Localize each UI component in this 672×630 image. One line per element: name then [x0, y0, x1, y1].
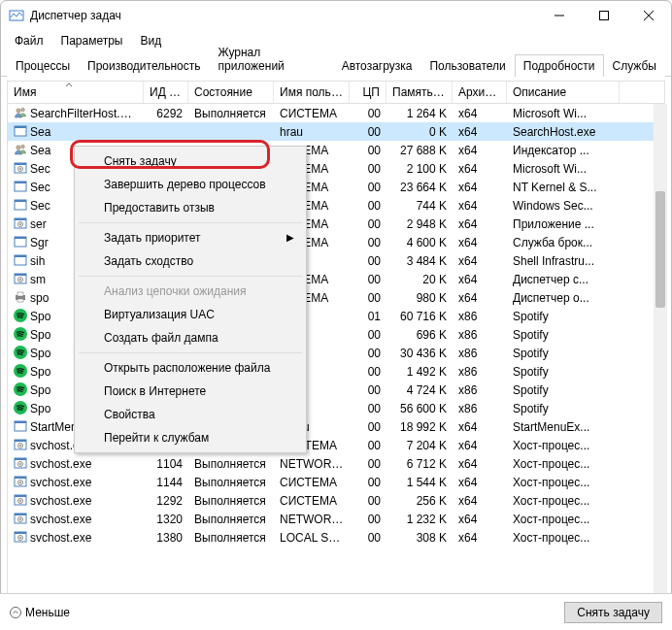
process-icon: [14, 456, 27, 470]
process-icon: [14, 493, 27, 507]
cell-cpu: 00: [350, 420, 386, 434]
cell-arch: x86: [453, 310, 507, 323]
context-menu-item[interactable]: Задать приоритет▶: [77, 226, 304, 249]
cell-mem: 1 232 K: [386, 513, 453, 526]
cell-state: Выполняется: [188, 476, 274, 489]
cell-cpu: 00: [350, 439, 386, 452]
chevron-up-icon: [10, 607, 21, 618]
context-menu-item[interactable]: Виртуализация UAC: [77, 303, 304, 326]
cell-name: SearchFilterHost.exe: [8, 106, 144, 120]
svg-rect-8: [15, 126, 26, 128]
col-cpu[interactable]: ЦП: [350, 82, 386, 103]
cell-desc: Spotify: [507, 402, 620, 415]
scrollbar-thumb[interactable]: [655, 191, 665, 308]
table-row[interactable]: svchost.exe1144ВыполняетсяСИСТЕМА001 544…: [8, 473, 664, 491]
cell-desc: Spotify: [507, 365, 620, 379]
cell-state: Выполняется: [188, 457, 274, 471]
menu-options[interactable]: Параметры: [53, 32, 131, 50]
col-name[interactable]: Имя: [8, 82, 144, 103]
process-icon: [14, 290, 27, 304]
tab-services[interactable]: Службы: [604, 54, 665, 77]
cell-desc: Shell Infrastru...: [507, 254, 620, 268]
menubar: Файл Параметры Вид: [1, 30, 671, 51]
cell-cpu: 00: [350, 199, 386, 213]
cell-user: NETWORK...: [274, 513, 350, 526]
cell-cpu: 00: [350, 347, 386, 360]
context-menu-item[interactable]: Свойства: [77, 403, 304, 426]
titlebar: Диспетчер задач: [1, 1, 671, 30]
svg-rect-51: [15, 477, 26, 479]
tab-users[interactable]: Пользователи: [420, 54, 514, 77]
table-row[interactable]: svchost.exe1292ВыполняетсяСИСТЕМА00256 K…: [8, 491, 664, 510]
process-icon: [14, 143, 27, 156]
cell-user: hrau: [274, 125, 350, 139]
cell-desc: Spotify: [507, 383, 620, 397]
tab-processes[interactable]: Процессы: [7, 54, 79, 77]
col-arch[interactable]: Архите...: [453, 82, 507, 103]
vertical-scrollbar[interactable]: [654, 104, 667, 603]
cell-mem: 23 664 K: [386, 181, 453, 194]
process-name: ser: [30, 217, 47, 231]
process-name: sm: [30, 273, 46, 286]
cell-arch: x64: [453, 439, 507, 452]
bottom-bar: Меньше Снять задачу: [0, 593, 672, 630]
minimize-button[interactable]: [537, 1, 582, 30]
cell-cpu: 00: [350, 144, 386, 157]
svg-point-66: [11, 607, 21, 617]
col-pid[interactable]: ИД п...: [144, 82, 188, 103]
cell-name: Sea: [8, 124, 144, 139]
cell-user: СИСТЕМА: [274, 107, 350, 120]
cell-pid: 1104: [144, 457, 188, 471]
maximize-button[interactable]: [582, 1, 626, 30]
col-user[interactable]: Имя польз...: [274, 82, 350, 103]
context-menu-item[interactable]: Поиск в Интернете: [77, 380, 304, 403]
process-icon: [14, 364, 27, 378]
cell-arch: x86: [453, 383, 507, 397]
context-menu-item: Анализ цепочки ожидания: [77, 280, 304, 303]
svg-point-10: [21, 145, 25, 149]
cell-user: LOCAL SE...: [274, 531, 350, 545]
context-menu-item[interactable]: Создать файл дампа: [77, 326, 304, 349]
svg-rect-26: [15, 255, 26, 257]
svg-point-45: [19, 445, 21, 447]
process-name: svchost.exe: [30, 476, 91, 489]
tab-app-history[interactable]: Журнал приложений: [210, 41, 333, 77]
menu-file[interactable]: Файл: [7, 32, 51, 50]
context-menu-item[interactable]: Задать сходство: [77, 249, 304, 273]
cell-desc: Хост-процес...: [507, 439, 620, 452]
close-button[interactable]: [626, 1, 671, 30]
context-menu-item[interactable]: Снять задачу: [77, 149, 304, 173]
cell-cpu: 00: [350, 236, 386, 249]
table-row[interactable]: SearchFilterHost.exe6292ВыполняетсяСИСТЕ…: [8, 104, 664, 122]
context-menu-item[interactable]: Перейти к службам: [77, 426, 304, 449]
cell-mem: 1 264 K: [386, 107, 453, 120]
cell-desc: Хост-процес...: [507, 476, 620, 489]
context-menu-item[interactable]: Завершить дерево процессов: [77, 173, 304, 196]
col-desc[interactable]: Описание: [507, 82, 620, 103]
window-title: Диспетчер задач: [30, 9, 121, 22]
tab-details[interactable]: Подробности: [515, 54, 604, 77]
cell-name: svchost.exe: [8, 493, 144, 508]
svg-point-14: [19, 168, 21, 170]
context-menu-item[interactable]: Предоставить отзыв: [77, 196, 304, 219]
col-state[interactable]: Состояние: [188, 82, 274, 103]
cell-desc: Spotify: [507, 310, 620, 323]
svg-rect-59: [15, 514, 26, 515]
table-row[interactable]: svchost.exe1320ВыполняетсяNETWORK...001 …: [8, 510, 664, 528]
end-task-button[interactable]: Снять задачу: [564, 602, 662, 623]
menu-view[interactable]: Вид: [132, 32, 169, 50]
cell-state: Выполняется: [188, 494, 274, 508]
table-row[interactable]: svchost.exe1380ВыполняетсяLOCAL SE...003…: [8, 528, 664, 547]
col-mem[interactable]: Память (а...: [386, 82, 453, 103]
less-button[interactable]: Меньше: [10, 606, 70, 619]
process-icon: [14, 419, 27, 433]
tab-startup[interactable]: Автозагрузка: [333, 54, 421, 77]
tab-performance[interactable]: Производительность: [79, 54, 209, 77]
svg-point-30: [19, 279, 21, 281]
context-menu-item[interactable]: Открыть расположение файла: [77, 356, 304, 380]
process-icon: [14, 327, 27, 341]
svg-rect-47: [15, 458, 26, 460]
table-row[interactable]: Seahrau000 Kx64SearchHost.exe: [8, 122, 664, 141]
process-icon: [14, 124, 27, 138]
table-row[interactable]: svchost.exe1104ВыполняетсяNETWORK...006 …: [8, 454, 664, 473]
